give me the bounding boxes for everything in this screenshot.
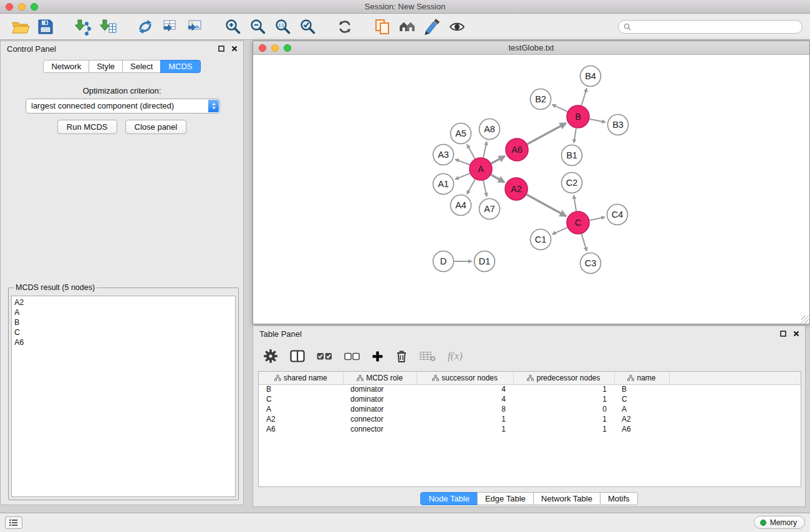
cell-successor-nodes[interactable]: 1: [417, 424, 513, 434]
delete-column-icon[interactable]: [395, 347, 408, 365]
graph-edge-A-A7[interactable]: [483, 181, 487, 196]
copy-style-icon[interactable]: [372, 16, 393, 37]
graph-node-A3[interactable]: A3: [433, 145, 454, 165]
cell-shared-name[interactable]: B: [259, 384, 343, 394]
graph-node-A4[interactable]: A4: [451, 195, 471, 216]
result-item[interactable]: A2: [14, 297, 233, 307]
search-field[interactable]: [618, 20, 803, 34]
result-item[interactable]: A6: [14, 337, 233, 347]
table-tab-node-table[interactable]: Node Table: [420, 492, 478, 505]
cell-successor-nodes[interactable]: 8: [417, 404, 513, 414]
zoom-reset-icon[interactable]: 1:1: [272, 16, 293, 37]
select-all-icon[interactable]: [317, 347, 332, 365]
graph-edge-C-C3[interactable]: [582, 234, 587, 251]
graph-node-C3[interactable]: C3: [581, 253, 601, 274]
export-image-icon[interactable]: [185, 16, 206, 37]
destroy-table-icon[interactable]: [420, 347, 436, 365]
tab-select[interactable]: Select: [122, 60, 161, 73]
graph-edge-A2-C[interactable]: [527, 195, 566, 216]
cell-predecessor-nodes[interactable]: 1: [513, 414, 614, 424]
home-overview-icon[interactable]: [397, 16, 418, 37]
float-table-panel-icon[interactable]: [779, 330, 787, 337]
cell-name[interactable]: A2: [614, 414, 669, 424]
graph-edge-B-B1[interactable]: [574, 128, 576, 143]
table-tab-motifs[interactable]: Motifs: [600, 492, 638, 505]
column-header-shared-name[interactable]: shared name: [259, 372, 343, 384]
zoom-selected-icon[interactable]: [297, 16, 318, 37]
graph-edge-A-A1[interactable]: [455, 173, 470, 179]
cell-shared-name[interactable]: A6: [259, 424, 343, 434]
eye-icon[interactable]: [446, 16, 468, 37]
graph-edge-C-C4[interactable]: [590, 217, 605, 220]
zoom-out-icon[interactable]: [247, 16, 268, 37]
graph-node-B[interactable]: B: [567, 105, 589, 128]
close-table-panel-icon[interactable]: [793, 330, 800, 337]
search-input[interactable]: [634, 22, 797, 31]
cell-successor-nodes[interactable]: 4: [417, 394, 513, 404]
network-window-titlebar[interactable]: testGlobe.txt: [253, 41, 809, 55]
style-painter-icon[interactable]: [422, 16, 443, 37]
column-header-name[interactable]: name: [614, 372, 669, 384]
graph-edge-A-A4[interactable]: [467, 180, 475, 194]
table-tab-edge-table[interactable]: Edge Table: [477, 492, 534, 505]
cell-name[interactable]: A6: [614, 424, 669, 434]
graph-edge-A-A2[interactable]: [491, 175, 504, 182]
tab-mcds[interactable]: MCDS: [160, 60, 200, 73]
graph-node-A2[interactable]: A2: [505, 178, 528, 200]
graph-node-A1[interactable]: A1: [433, 174, 454, 195]
cell-MCDS-role[interactable]: dominator: [343, 384, 417, 394]
cell-name[interactable]: B: [614, 384, 669, 394]
graph-edge-A-A6[interactable]: [491, 156, 505, 163]
table-settings-gear-icon[interactable]: [263, 347, 278, 365]
table-row[interactable]: Adominator80A: [259, 404, 801, 414]
cell-successor-nodes[interactable]: 4: [417, 384, 513, 394]
tab-style[interactable]: Style: [89, 60, 123, 73]
open-session-icon[interactable]: [10, 16, 31, 37]
refresh-layout-icon[interactable]: [334, 16, 355, 37]
graph-edge-A-A3[interactable]: [455, 159, 470, 165]
graph-node-A5[interactable]: A5: [451, 123, 471, 144]
cell-shared-name[interactable]: C: [259, 394, 343, 404]
import-table-icon[interactable]: [97, 16, 118, 37]
run-mcds-button[interactable]: Run MCDS: [57, 120, 117, 134]
graph-node-D1[interactable]: D1: [475, 251, 495, 272]
table-tab-network-table[interactable]: Network Table: [533, 492, 600, 505]
cell-name[interactable]: A: [614, 404, 669, 414]
add-column-icon[interactable]: [372, 347, 383, 365]
function-builder-icon[interactable]: f(x): [448, 347, 463, 365]
cell-shared-name[interactable]: A: [259, 404, 343, 414]
graph-node-C[interactable]: C: [567, 211, 589, 234]
graph-node-B4[interactable]: B4: [581, 66, 601, 87]
cell-predecessor-nodes[interactable]: 1: [513, 394, 614, 404]
graph-node-C1[interactable]: C1: [531, 230, 551, 250]
panel-list-button[interactable]: [5, 516, 22, 529]
cell-MCDS-role[interactable]: connector: [343, 424, 417, 434]
result-item[interactable]: B: [14, 317, 233, 327]
table-row[interactable]: A6connector11A6: [259, 424, 801, 434]
cell-successor-nodes[interactable]: 1: [417, 414, 513, 424]
graph-edge-A-A8[interactable]: [483, 142, 487, 157]
cell-predecessor-nodes[interactable]: 0: [513, 404, 614, 414]
deselect-all-icon[interactable]: [344, 347, 360, 365]
cell-predecessor-nodes[interactable]: 1: [513, 384, 614, 394]
zoom-in-icon[interactable]: [222, 16, 243, 37]
graph-node-A[interactable]: A: [470, 158, 492, 180]
graph-node-A6[interactable]: A6: [506, 138, 528, 161]
graph-node-C2[interactable]: C2: [562, 173, 582, 193]
graph-node-A7[interactable]: A7: [480, 199, 500, 220]
graph-node-B1[interactable]: B1: [562, 145, 582, 166]
cell-shared-name[interactable]: A2: [259, 414, 343, 424]
save-session-icon[interactable]: [35, 16, 56, 37]
cell-MCDS-role[interactable]: connector: [343, 414, 417, 424]
graph-node-D[interactable]: D: [433, 251, 454, 272]
tab-network[interactable]: Network: [43, 60, 89, 73]
cell-MCDS-role[interactable]: dominator: [343, 394, 417, 404]
import-network-icon[interactable]: [72, 16, 94, 37]
cell-name[interactable]: C: [614, 394, 669, 404]
export-table-icon[interactable]: [160, 16, 181, 37]
criterion-dropdown[interactable]: largest connected component (directed): [26, 99, 220, 114]
graph-node-A8[interactable]: A8: [480, 119, 500, 140]
resize-grip[interactable]: [801, 316, 809, 323]
table-row[interactable]: A2connector11A2: [259, 414, 801, 424]
graph-edge-B-B4[interactable]: [582, 89, 587, 105]
